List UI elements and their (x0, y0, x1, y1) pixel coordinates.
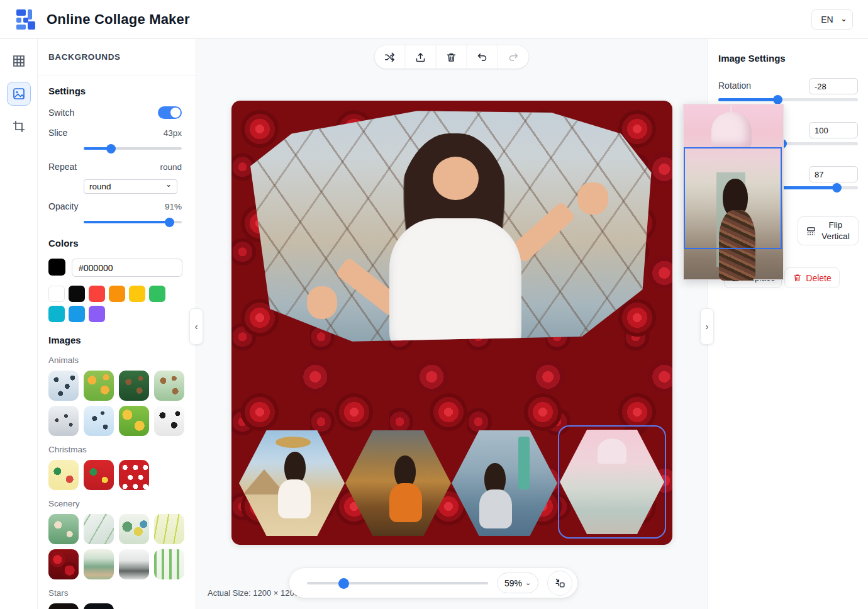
zoom-level-dropdown[interactable]: 59% ⌄ (497, 573, 538, 593)
collapse-left-panel-handle[interactable]: ‹ (189, 308, 203, 345)
language-select[interactable]: EN (811, 9, 853, 30)
canvas-workspace: ‹ › Actual Size: 1200 × 1200, 59% ⌄ (196, 39, 707, 609)
color-swatch-5[interactable] (129, 286, 145, 302)
redo-button[interactable] (498, 45, 529, 69)
color-swatch-4[interactable] (109, 286, 125, 302)
thumb-penguin-colony[interactable] (48, 406, 79, 436)
photo-slot-statue-of-liberty[interactable] (452, 430, 557, 536)
canvas-toolbar (375, 45, 529, 69)
thumb-willow-yellow[interactable] (154, 514, 184, 544)
flip-vertical-icon (806, 226, 816, 237)
image-categories: AnimalsChristmasSceneryStars (48, 355, 182, 609)
thumb-green-mountains[interactable] (84, 549, 114, 579)
switch-toggle[interactable] (158, 106, 182, 119)
rotation-slider[interactable] (718, 95, 858, 104)
color-swatch-1[interactable] (48, 286, 65, 302)
flip-vertical-button[interactable]: Flip Vertical (798, 216, 859, 245)
images-heading: Images (48, 335, 182, 345)
scale-input[interactable] (809, 122, 858, 138)
opacity-value: 91% (165, 202, 182, 211)
colors-heading: Colors (48, 238, 182, 249)
thumb-grid (48, 460, 184, 490)
thumb-grid (48, 514, 184, 579)
color-swatch-2[interactable] (69, 286, 85, 302)
crop-icon[interactable] (7, 115, 31, 138)
image-crop-preview[interactable] (683, 104, 784, 280)
color-swatch-3[interactable] (89, 286, 105, 302)
actual-size-label: Actual Size: 1200 × 1200, (208, 588, 301, 598)
delete-image-button[interactable]: Delete (784, 267, 840, 288)
image-category-christmas: Christmas (48, 445, 182, 490)
slice-slider[interactable] (84, 144, 182, 153)
hex-color-input[interactable] (72, 259, 182, 277)
thumb-lions-yellow[interactable] (119, 406, 149, 436)
category-label: Animals (48, 355, 182, 365)
thumb-grid (48, 603, 184, 609)
thumb-leaf-vines[interactable] (154, 549, 184, 579)
collapse-right-panel-handle[interactable]: › (700, 308, 714, 345)
collage-canvas[interactable] (231, 101, 672, 545)
photo-slot-machu-picchu[interactable] (345, 430, 451, 536)
thumb-penguins-crowd[interactable] (48, 371, 79, 401)
undo-button[interactable] (467, 45, 498, 69)
selected-slot-outline (558, 425, 666, 539)
taj-mahal-dome-decoration (711, 112, 752, 148)
photo-slot-pyramids[interactable] (239, 430, 345, 536)
fit-to-screen-button[interactable] (547, 571, 572, 596)
export-button[interactable] (406, 45, 437, 69)
category-label: Christmas (48, 445, 182, 454)
opacity-slider[interactable] (84, 218, 182, 226)
thumb-xmas-polka[interactable] (119, 460, 149, 490)
shuffle-button[interactable] (375, 45, 406, 69)
thumb-penguins-sketch[interactable] (84, 406, 114, 436)
thumb-pandas[interactable] (154, 406, 184, 436)
flip-vertical-label: Flip Vertical (821, 220, 851, 242)
category-label: Stars (48, 588, 182, 598)
photo-slot-paris[interactable] (235, 104, 669, 429)
thumb-monkeys-light[interactable] (154, 371, 184, 401)
thumb-red-roses[interactable] (48, 549, 79, 579)
backgrounds-sidebar: BACKGROUNDS Settings Switch Slice 43px R… (38, 39, 196, 609)
color-swatch-8[interactable] (69, 306, 85, 322)
slice-value: 43px (164, 128, 182, 138)
app-logo-icon (15, 8, 39, 31)
thumb-ink-mountains[interactable] (119, 549, 149, 579)
rotation-input[interactable] (809, 78, 858, 94)
category-label: Scenery (48, 499, 182, 508)
repeat-select[interactable]: round (84, 179, 177, 194)
zoom-level-value: 59% (504, 578, 522, 588)
opacity-label: Opacity (48, 201, 78, 211)
crop-region-rect[interactable] (684, 147, 782, 249)
repeat-value: round (160, 162, 182, 172)
layouts-grid-icon[interactable] (7, 49, 31, 73)
chevron-down-icon: ⌄ (525, 579, 531, 587)
thumb-grid (48, 371, 184, 436)
thumb-night-sky[interactable] (84, 603, 114, 609)
settings-heading: Settings (48, 86, 182, 96)
backgrounds-image-icon[interactable] (7, 82, 31, 106)
delete-canvas-button[interactable] (437, 45, 467, 69)
thumb-lions-green[interactable] (84, 371, 114, 401)
thumb-watercolor-trees[interactable] (119, 514, 149, 544)
image-category-animals: Animals (48, 355, 182, 436)
chevron-right-icon: › (706, 321, 709, 332)
trash-icon (793, 273, 802, 282)
color-swatch-6[interactable] (149, 286, 165, 302)
opacity-input[interactable] (809, 166, 858, 182)
thumb-star-rows[interactable] (48, 603, 79, 609)
thumb-xmas-yellow[interactable] (48, 460, 79, 490)
switch-label: Switch (48, 108, 74, 118)
photo-slot-taj-mahal[interactable] (560, 430, 664, 534)
thumb-monkeys-forest[interactable] (119, 371, 149, 401)
image-category-scenery: Scenery (48, 499, 182, 579)
thumb-xmas-red-trees[interactable] (84, 460, 114, 490)
color-swatches (48, 286, 174, 322)
rotation-label: Rotation (718, 81, 751, 91)
thumb-lotus-pond[interactable] (48, 514, 79, 544)
zoom-slider[interactable] (307, 578, 488, 588)
image-settings-title: Image Settings (718, 53, 786, 64)
current-color-swatch[interactable] (48, 259, 65, 276)
thumb-willow-ink[interactable] (84, 514, 114, 544)
color-swatch-7[interactable] (48, 306, 65, 322)
color-swatch-9[interactable] (89, 306, 105, 322)
